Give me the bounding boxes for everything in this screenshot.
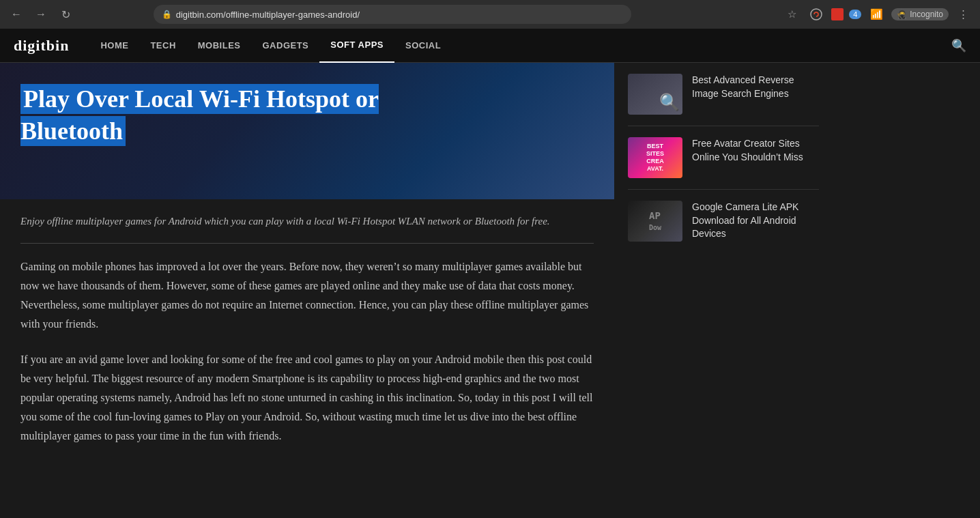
article-paragraph-2: If you are an avid game lover and lookin… xyxy=(20,350,594,446)
article-paragraph-1: Gaming on mobile phones has improved a l… xyxy=(20,257,594,334)
incognito-label: Incognito xyxy=(910,10,943,19)
extensions-button[interactable] xyxy=(807,5,826,24)
article-title: Play Over Local Wi-Fi Hotspot or Bluetoo… xyxy=(20,84,379,146)
sidebar-item-1: Best Advanced Reverse Image Search Engin… xyxy=(628,63,819,126)
sidebar-item-2: BESTSITESCREAAVAT. Free Avatar Creator S… xyxy=(628,126,819,190)
hero-image: Play Over Local Wi-Fi Hotspot or Bluetoo… xyxy=(0,63,614,199)
red-extension-icon xyxy=(831,8,844,20)
sidebar-link-3[interactable]: Google Camera Lite APK Download for All … xyxy=(692,201,819,241)
extension-count-badge: 4 xyxy=(849,10,861,19)
incognito-badge: 🥷 Incognito xyxy=(891,8,949,20)
svg-point-0 xyxy=(811,9,822,20)
sidebar-link-2[interactable]: Free Avatar Creator Sites Online You Sho… xyxy=(692,137,819,164)
bookmark-button[interactable]: ☆ xyxy=(782,5,801,24)
search-button[interactable]: 🔍 xyxy=(951,38,966,53)
url-text: digitbin.com/offline-multiplayer-games-a… xyxy=(176,10,360,20)
lock-icon: 🔒 xyxy=(162,10,172,20)
sidebar-item-3: APDow Google Camera Lite APK Download fo… xyxy=(628,190,819,253)
browser-actions: ☆ 4 📶 🥷 Incognito ⋮ xyxy=(782,5,973,24)
article-body: Enjoy offline multiplayer games for Andr… xyxy=(0,199,614,476)
sidebar-thumb-3: APDow xyxy=(628,201,682,242)
article-tagline: Enjoy offline multiplayer games for Andr… xyxy=(20,213,594,244)
nav-tech[interactable]: TECH xyxy=(139,29,186,63)
sidebar-link-1[interactable]: Best Advanced Reverse Image Search Engin… xyxy=(692,74,819,100)
main-layout: Play Over Local Wi-Fi Hotspot or Bluetoo… xyxy=(0,63,980,476)
nav-social[interactable]: SOCIAL xyxy=(394,29,452,63)
avatar-thumb: BESTSITESCREAAVAT. xyxy=(628,137,682,178)
forward-button[interactable]: → xyxy=(31,5,51,24)
article-area: Play Over Local Wi-Fi Hotspot or Bluetoo… xyxy=(0,63,614,476)
sidebar: Best Advanced Reverse Image Search Engin… xyxy=(614,63,833,476)
nav-home[interactable]: HOME xyxy=(89,29,139,63)
nav-mobiles[interactable]: MOBILES xyxy=(187,29,252,63)
back-button[interactable]: ← xyxy=(7,5,26,24)
address-bar[interactable]: 🔒 digitbin.com/offline-multiplayer-games… xyxy=(154,5,631,24)
browser-chrome: ← → ↻ 🔒 digitbin.com/offline-multiplayer… xyxy=(0,0,980,29)
nav-soft-apps[interactable]: SOFT APPS xyxy=(319,29,394,63)
incognito-icon: 🥷 xyxy=(897,10,907,19)
hero-title-overlay: Play Over Local Wi-Fi Hotspot or Bluetoo… xyxy=(0,76,614,154)
camera-thumb: APDow xyxy=(628,201,682,242)
nav-gadgets[interactable]: GADGETS xyxy=(252,29,320,63)
more-menu-button[interactable]: ⋮ xyxy=(954,5,973,24)
site-navigation: digitbin HOME TECH MOBILES GADGETS SOFT … xyxy=(0,29,980,63)
reverse-image-thumb xyxy=(628,74,682,115)
cast-button[interactable]: 📶 xyxy=(867,5,886,24)
site-logo[interactable]: digitbin xyxy=(14,37,69,55)
reload-button[interactable]: ↻ xyxy=(56,5,75,24)
sidebar-thumb-2: BESTSITESCREAAVAT. xyxy=(628,137,682,178)
nav-links: HOME TECH MOBILES GADGETS SOFT APPS SOCI… xyxy=(89,29,951,63)
sidebar-thumb-1 xyxy=(628,74,682,115)
